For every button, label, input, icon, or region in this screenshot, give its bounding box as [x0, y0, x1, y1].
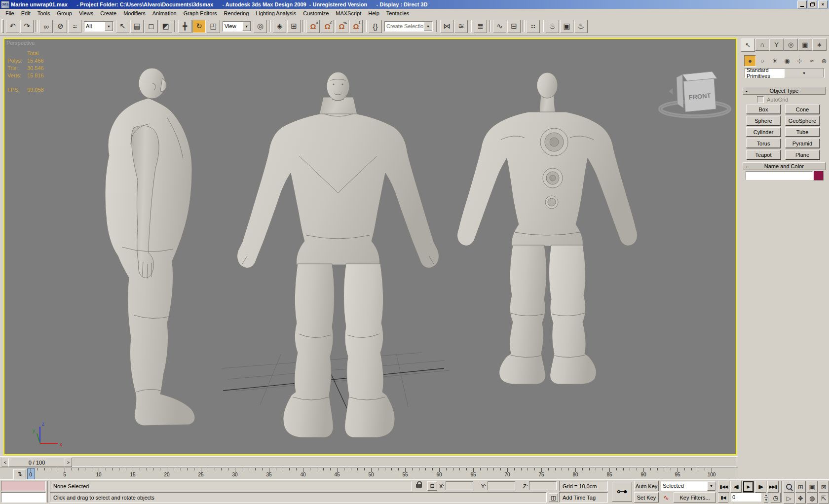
previous-frame-arrow[interactable]: < — [1, 458, 9, 467]
auto-key-button[interactable]: Auto Key — [634, 481, 659, 491]
isolate-selection-toggle[interactable]: ◫ — [549, 493, 558, 502]
play-animation-button[interactable]: ▶ — [743, 481, 754, 493]
tab-motion[interactable]: ◎ — [784, 38, 798, 51]
category-space-warps[interactable]: ≈ — [806, 55, 818, 67]
set-key-filters-curve-icon[interactable]: ∿ — [661, 493, 672, 502]
arc-rotate-button[interactable]: ◍ — [807, 493, 818, 504]
angle-snap-toggle[interactable]: Ω∠ — [321, 20, 334, 33]
name-and-color-rollout-header[interactable]: - Name and Color — [743, 162, 826, 170]
time-slider-track[interactable] — [1, 458, 736, 467]
maximize-viewport-toggle[interactable]: ⇱ — [819, 493, 829, 504]
viewcube[interactable]: FRONT — [660, 72, 729, 116]
mirror-button[interactable]: ⋈ — [440, 20, 453, 33]
viewport-label[interactable]: Perspective — [6, 40, 35, 46]
spinner-up-icon[interactable]: ▲ — [764, 493, 768, 498]
menu-animation[interactable]: Animation — [149, 10, 180, 17]
keyboard-shortcut-override-toggle[interactable]: ⊞ — [287, 20, 301, 33]
chevron-down-icon[interactable]: ▼ — [105, 22, 113, 31]
named-selection-sets-combo[interactable]: Create Selection Set▼ — [384, 21, 433, 32]
viewport-canvas[interactable]: FRONT z y x — [4, 39, 736, 454]
tab-hierarchy[interactable]: Y — [769, 38, 784, 51]
selection-filter-dropdown[interactable]: All▼ — [84, 21, 113, 32]
close-button[interactable]: × — [818, 0, 828, 8]
object-type-button-box[interactable]: Box — [746, 105, 781, 114]
object-color-swatch[interactable] — [813, 171, 824, 180]
menu-modifiers[interactable]: Modifiers — [120, 10, 149, 17]
field-of-view-button[interactable]: ▷ — [784, 493, 794, 504]
current-frame-field[interactable] — [731, 493, 761, 502]
select-by-name-button[interactable]: ▤ — [130, 20, 144, 33]
layer-manager-button[interactable]: ≣ — [474, 20, 487, 33]
chevron-down-icon[interactable]: ▼ — [424, 22, 432, 31]
category-lights[interactable]: ☀ — [769, 55, 781, 67]
menu-group[interactable]: Group — [53, 10, 75, 17]
go-to-end-button[interactable]: ▶▶▮ — [767, 481, 779, 493]
pan-view-button[interactable]: ✥ — [795, 493, 806, 504]
render-setup-button[interactable]: ♨ — [546, 20, 559, 33]
y-coordinate-field[interactable] — [488, 481, 515, 490]
x-coordinate-field[interactable] — [446, 481, 473, 490]
use-pivot-point-center-button[interactable]: ◎ — [254, 20, 267, 33]
rendered-frame-window-button[interactable]: ▣ — [560, 20, 573, 33]
menu-help[interactable]: Help — [365, 10, 383, 17]
object-type-button-cylinder[interactable]: Cylinder — [746, 127, 781, 137]
model-back-view[interactable] — [457, 72, 638, 384]
bind-to-space-warp-button[interactable]: ≈ — [68, 20, 81, 33]
zoom-extents-all-button[interactable]: ⊠ — [819, 481, 829, 493]
spinner-snap-toggle[interactable]: Ω⇕ — [349, 20, 363, 33]
object-type-button-torus[interactable]: Torus — [746, 139, 781, 148]
restore-button[interactable] — [808, 0, 817, 8]
object-type-button-pyramid[interactable]: Pyramid — [785, 139, 820, 148]
rectangular-selection-region-button[interactable]: ◻ — [145, 20, 158, 33]
previous-frame-button[interactable]: ◀▮ — [730, 481, 742, 493]
maxscript-mini-listener-pink[interactable] — [1, 481, 46, 491]
next-frame-arrow[interactable]: > — [65, 458, 72, 467]
category-cameras[interactable]: ◉ — [781, 55, 793, 67]
curve-editor-button[interactable]: ∿ — [493, 20, 506, 33]
tab-utilities[interactable]: ∗ — [812, 38, 827, 51]
chevron-down-icon[interactable]: ▼ — [707, 481, 716, 491]
object-type-button-cone[interactable]: Cone — [785, 105, 820, 114]
zoom-extents-button[interactable]: ▣ — [807, 481, 818, 493]
frame-spinner[interactable]: ▲▼ — [764, 493, 768, 503]
model-front-view[interactable] — [237, 72, 439, 437]
toolbar-drag-handle[interactable] — [1, 19, 4, 33]
menu-graph-editors[interactable]: Graph Editors — [180, 10, 221, 17]
perspective-viewport[interactable]: FRONT z y x Perspective TotalPolys:15.45… — [3, 38, 737, 455]
material-editor-button[interactable]: ⠶ — [527, 20, 540, 33]
undo-button[interactable]: ↶ — [6, 20, 19, 33]
menu-tools[interactable]: Tools — [34, 10, 54, 17]
tab-modify[interactable]: ∩ — [755, 38, 769, 51]
object-type-button-geosphere[interactable]: GeoSphere — [785, 116, 820, 125]
tab-display[interactable]: ▣ — [798, 38, 812, 51]
object-name-field[interactable] — [746, 171, 813, 180]
open-mini-curve-editor-button[interactable]: ⇅ — [13, 469, 26, 479]
key-mode-toggle[interactable]: ▮◀ — [718, 493, 728, 503]
chevron-down-icon[interactable]: ▼ — [242, 22, 251, 31]
add-time-tag-button[interactable]: Add Time Tag — [559, 492, 608, 503]
track-bar[interactable]: ⇅ 05101520253035404550556065707580859095… — [0, 467, 738, 480]
align-button[interactable]: ≋ — [454, 20, 468, 33]
reference-coordinate-system-dropdown[interactable]: View▼ — [223, 21, 251, 32]
menu-create[interactable]: Create — [97, 10, 120, 17]
select-object-button[interactable]: ↖ — [116, 20, 129, 33]
minimize-button[interactable] — [797, 0, 807, 8]
object-type-button-sphere[interactable]: Sphere — [746, 116, 781, 125]
menu-customize[interactable]: Customize — [300, 10, 332, 17]
key-filter-scope-dropdown[interactable]: Selected ▼ — [661, 481, 716, 491]
maxscript-mini-listener-white[interactable] — [1, 492, 46, 503]
track-bar-ruler[interactable]: 0510152025303540455055606570758085909510… — [31, 468, 716, 480]
chevron-down-icon[interactable]: ▼ — [784, 69, 824, 77]
unlink-selection-button[interactable]: ⊘ — [54, 20, 67, 33]
toggle-set-key-mode-button[interactable]: ⊶ — [612, 482, 632, 502]
absolute-mode-transform-toggle[interactable]: ⊡ — [427, 481, 437, 491]
set-key-button[interactable]: Set Key — [634, 492, 659, 503]
select-and-manipulate-button[interactable]: ◈ — [273, 20, 286, 33]
object-type-button-tube[interactable]: Tube — [785, 127, 820, 137]
redo-button[interactable]: ↷ — [20, 20, 34, 33]
go-to-start-button[interactable]: ▮◀◀ — [718, 481, 729, 493]
menu-file[interactable]: File — [2, 10, 18, 17]
model-side-view[interactable] — [105, 68, 195, 426]
next-frame-button[interactable]: ▮▶ — [755, 481, 766, 493]
menu-lighting-analysis[interactable]: Lighting Analysis — [252, 10, 300, 17]
